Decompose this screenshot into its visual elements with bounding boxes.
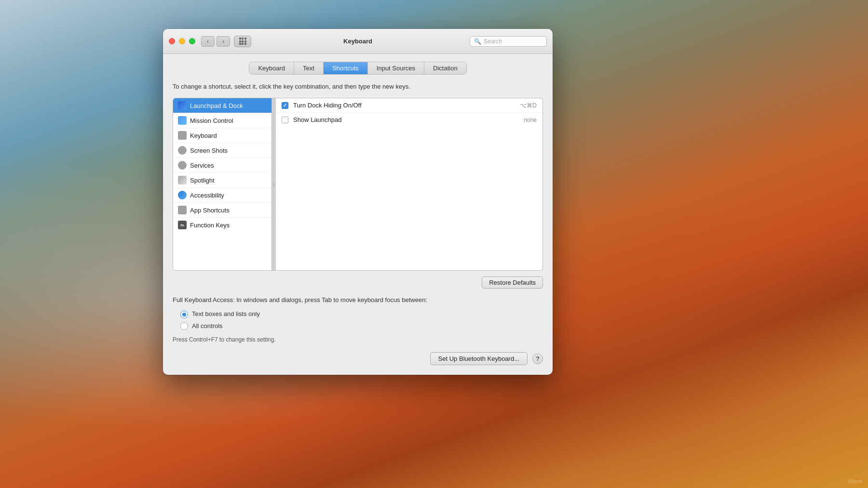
launchpad-icon xyxy=(178,101,187,110)
services-icon xyxy=(178,161,187,170)
radio-text-boxes[interactable] xyxy=(180,311,188,318)
sidebar-item-keyboard[interactable]: Keyboard xyxy=(173,128,271,143)
footer-row: Set Up Bluetooth Keyboard... ? xyxy=(173,352,543,365)
sidebar-item-function-keys[interactable]: fn Function Keys xyxy=(173,218,271,232)
mission-icon xyxy=(178,116,187,125)
grid-view-button[interactable] xyxy=(234,36,251,47)
restore-defaults-button[interactable]: Restore Defaults xyxy=(482,277,543,289)
sidebar-item-screen-shots[interactable]: Screen Shots xyxy=(173,143,271,158)
sidebar-label-services: Services xyxy=(190,162,214,169)
screenshots-icon xyxy=(178,146,187,155)
sidebar-label-launchpad-dock: Launchpad & Dock xyxy=(190,102,243,109)
help-button[interactable]: ? xyxy=(532,354,543,364)
sidebar-label-keyboard: Keyboard xyxy=(190,132,217,139)
tab-input-sources[interactable]: Input Sources xyxy=(368,62,424,74)
sidebar-label-app-shortcuts: App Shortcuts xyxy=(190,207,230,214)
maximize-button[interactable] xyxy=(189,38,195,44)
tab-shortcuts[interactable]: Shortcuts xyxy=(324,62,368,74)
tab-keyboard[interactable]: Keyboard xyxy=(249,62,294,74)
search-placeholder: Search xyxy=(484,38,542,45)
restore-defaults-row: Restore Defaults xyxy=(173,277,543,289)
radio-option-all-controls: All controls xyxy=(180,321,543,331)
radio-all-controls[interactable] xyxy=(180,322,188,330)
grid-icon xyxy=(239,38,246,45)
sidebar-label-accessibility: Accessibility xyxy=(190,192,224,199)
keyboard-access-title: Full Keyboard Access: In windows and dia… xyxy=(173,295,543,305)
tab-bar: Keyboard Text Shortcuts Input Sources Di… xyxy=(249,62,466,75)
shortcut-label-dock-hiding: Turn Dock Hiding On/Off xyxy=(293,102,515,109)
titlebar: ‹ › Keyboard 🔍 Search xyxy=(163,29,553,54)
shortcuts-sidebar: Launchpad & Dock Mission Control Keyboar… xyxy=(173,98,272,271)
keyboard-icon xyxy=(178,131,187,140)
forward-button[interactable]: › xyxy=(217,36,230,47)
sidebar-label-function-keys: Function Keys xyxy=(190,222,230,229)
shortcuts-pane: Launchpad & Dock Mission Control Keyboar… xyxy=(173,98,543,271)
keyboard-preferences-window: ‹ › Keyboard 🔍 Search Keyboard Text Shor… xyxy=(163,29,553,375)
shortcuts-panel: ✓ Turn Dock Hiding On/Off ⌥⌘D Show Launc… xyxy=(276,98,543,271)
sidebar-label-mission-control: Mission Control xyxy=(190,117,233,124)
tab-text[interactable]: Text xyxy=(294,62,324,74)
window-title: Keyboard xyxy=(343,38,372,45)
sidebar-item-accessibility[interactable]: Accessibility xyxy=(173,188,271,203)
bottom-controls: Restore Defaults Full Keyboard Access: I… xyxy=(173,277,543,344)
sidebar-item-app-shortcuts[interactable]: App Shortcuts xyxy=(173,203,271,218)
function-icon: fn xyxy=(178,221,187,229)
sidebar-item-launchpad-dock[interactable]: Launchpad & Dock xyxy=(173,98,271,113)
bluetooth-keyboard-button[interactable]: Set Up Bluetooth Keyboard... xyxy=(430,352,528,365)
app-shortcuts-icon xyxy=(178,206,187,214)
shortcut-key-show-launchpad: none xyxy=(524,117,537,123)
close-button[interactable] xyxy=(169,38,175,44)
traffic-lights xyxy=(169,38,195,44)
keyboard-hint: Press Control+F7 to change this setting. xyxy=(173,335,543,344)
accessibility-icon xyxy=(178,191,187,199)
sidebar-item-spotlight[interactable]: Spotlight xyxy=(173,173,271,188)
spotlight-icon xyxy=(178,176,187,185)
nav-buttons: ‹ › xyxy=(201,36,230,47)
keyboard-access-section: Full Keyboard Access: In windows and dia… xyxy=(173,295,543,344)
shortcut-row-dock-hiding: ✓ Turn Dock Hiding On/Off ⌥⌘D xyxy=(276,98,542,113)
sidebar-item-mission-control[interactable]: Mission Control xyxy=(173,113,271,128)
shortcut-key-dock-hiding: ⌥⌘D xyxy=(520,102,537,109)
search-icon: 🔍 xyxy=(474,38,481,45)
shortcut-checkbox-dock-hiding[interactable]: ✓ xyxy=(282,102,288,109)
sidebar-label-screen-shots: Screen Shots xyxy=(190,147,228,154)
resize-dots xyxy=(273,182,274,187)
back-button[interactable]: ‹ xyxy=(201,36,215,47)
content-area: Keyboard Text Shortcuts Input Sources Di… xyxy=(163,54,553,375)
instructions-text: To change a shortcut, select it, click t… xyxy=(173,82,543,91)
watermark: iStock xyxy=(848,478,862,484)
resize-handle[interactable] xyxy=(272,98,276,271)
tab-dictation[interactable]: Dictation xyxy=(424,62,466,74)
shortcut-checkbox-show-launchpad[interactable] xyxy=(282,117,288,123)
radio-selected-indicator xyxy=(182,313,186,317)
shortcut-label-show-launchpad: Show Launchpad xyxy=(293,116,519,123)
checkmark-icon: ✓ xyxy=(283,103,287,108)
minimize-button[interactable] xyxy=(179,38,185,44)
shortcut-row-show-launchpad: Show Launchpad none xyxy=(276,113,542,127)
radio-option-text-boxes: Text boxes and lists only xyxy=(180,309,543,319)
sidebar-label-spotlight: Spotlight xyxy=(190,177,215,184)
radio-label-all-controls: All controls xyxy=(192,321,223,331)
radio-label-text-boxes: Text boxes and lists only xyxy=(192,309,260,319)
search-box[interactable]: 🔍 Search xyxy=(470,36,547,47)
sidebar-item-services[interactable]: Services xyxy=(173,158,271,173)
